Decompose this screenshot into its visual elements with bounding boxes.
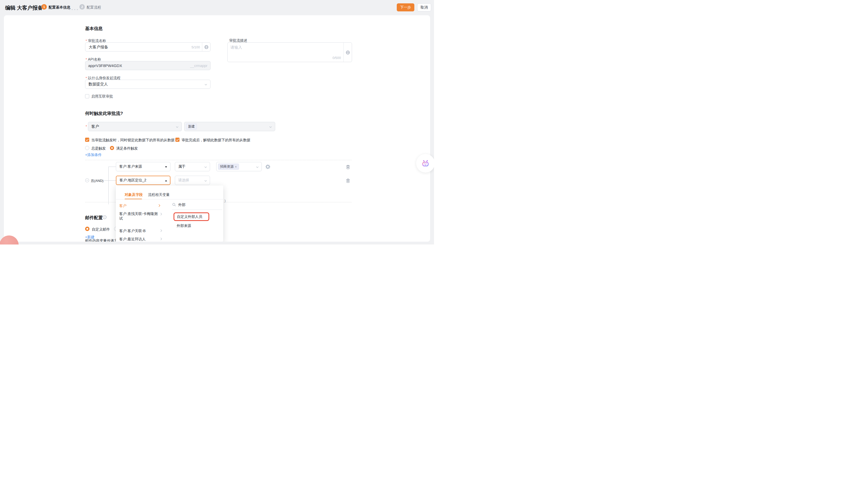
condition2-operator-select[interactable]: 请选择: [175, 176, 210, 185]
name-input[interactable]: [88, 44, 177, 50]
translate-globe-icon[interactable]: [204, 45, 209, 50]
required-asterisk: *: [86, 39, 87, 43]
field-picker-panel: 对象及字段 流程相关变量 客户 客户.查找关联-卡梅隆测试 客户.客户关联-B …: [116, 185, 223, 242]
chevron-right-icon: [160, 229, 162, 232]
identity-value: 数据提交人: [89, 82, 108, 87]
identity-select[interactable]: 数据提交人: [85, 80, 211, 89]
object-item-label: 客户.客户关联-B: [119, 229, 146, 233]
interconnect-checkbox[interactable]: [85, 94, 89, 98]
always-trigger-radio[interactable]: [85, 146, 89, 150]
svg-text:?: ?: [104, 216, 105, 219]
chevron-down-icon: [204, 180, 207, 182]
search-icon: [172, 203, 176, 207]
step-2-badge: 2: [80, 4, 85, 9]
object-item-relation-b[interactable]: 客户.客户关联-B: [119, 229, 146, 233]
step-1-number: 1: [43, 5, 45, 9]
required-asterisk: *: [86, 57, 87, 61]
condition1-operator-value: 属于: [178, 164, 185, 169]
trigger-action-select[interactable]: 新建: [184, 122, 275, 131]
remove-tag-icon[interactable]: ×: [235, 165, 237, 169]
email-heading: 邮件配置: [85, 215, 103, 221]
lock-checkbox[interactable]: [85, 137, 89, 142]
result-item-label: 外部来源: [177, 223, 191, 228]
step-2-number: 2: [81, 5, 83, 9]
api-value: apprV3F8PW4GDX: [88, 63, 122, 68]
trigger-object-value: 客户: [91, 124, 99, 129]
custom-email-radio[interactable]: [85, 227, 90, 231]
unlock-label: 审批完成后，解锁此数据下的所有的从数据: [182, 138, 250, 143]
condition1-delete-trash-icon[interactable]: [346, 164, 350, 169]
next-button[interactable]: 下一步: [397, 3, 414, 11]
bottom-strip: [0, 242, 434, 245]
robot-icon: [422, 159, 429, 167]
condition-connector-stub: [108, 166, 116, 167]
condition1-field-value: 客户.客户来源: [119, 164, 142, 169]
object-item-lookup[interactable]: 客户.查找关联-卡梅隆测试: [119, 212, 159, 221]
desc-counter: 0/500: [332, 56, 341, 60]
condition2-field-select[interactable]: 客户.地区定位_2: [116, 176, 170, 185]
cancel-button[interactable]: 取消: [417, 3, 431, 11]
name-counter: 5/100: [191, 45, 200, 49]
required-asterisk: *: [86, 124, 87, 128]
lock-label: 当审批流触发时，同时锁定此数据下的所有的从数据: [91, 138, 175, 143]
condition2-field-value: 客户.地区定位_2: [120, 178, 146, 183]
chevron-right-icon: [159, 204, 160, 207]
condition1-value-select[interactable]: 招商资源×: [216, 162, 262, 171]
unlock-checkbox[interactable]: [175, 137, 180, 142]
hidden-text-fragment: ): [224, 199, 225, 203]
section-dashed-divider: [85, 160, 351, 160]
chevron-down-icon: [176, 126, 179, 128]
trigger-heading: 何时触发此审批流?: [85, 111, 123, 116]
result-item-highlighted[interactable]: 自定义外部人员: [174, 212, 209, 221]
chevron-right-icon: [160, 213, 162, 216]
caret-up-icon: [165, 180, 167, 181]
condition-trigger-label: 满足条件触发: [116, 146, 138, 151]
api-input: apprV3F8PW4GDX __crmappr: [85, 61, 211, 70]
help-icon[interactable]: ?: [103, 215, 106, 219]
desc-divider: [343, 43, 344, 62]
tabs-divider: [116, 199, 223, 200]
step-separator-dots: [69, 6, 80, 11]
top-bar: 编辑 大客户报备 1 配置基本信息 2 配置流程 下一步 取消: [0, 0, 434, 15]
name-input-wrap: 5/100: [85, 42, 211, 52]
api-suffix: __crmappr: [190, 64, 208, 68]
value-tag-label: 招商资源: [220, 164, 234, 169]
always-trigger-label: 总是触发: [91, 146, 106, 151]
action-tag-label: 新建: [188, 124, 195, 129]
custom-email-label: 自定义邮件: [92, 227, 110, 232]
assistant-robot-button[interactable]: [416, 154, 434, 173]
tab-process-variables[interactable]: 流程相关变量: [148, 192, 170, 197]
name-divider: [202, 43, 202, 51]
approval-flow-editor: 编辑 大客户报备 1 配置基本信息 2 配置流程 下一步 取消 基本信息 *审批…: [0, 0, 434, 245]
step-2-label: 配置流程: [87, 5, 101, 10]
condition2-operator-placeholder: 请选择: [178, 178, 189, 183]
object-item-last-visitor[interactable]: 客户.最近拜访人: [119, 237, 146, 242]
tab-objects-fields[interactable]: 对象及字段: [125, 192, 143, 197]
condition2-delete-trash-icon[interactable]: [346, 178, 350, 183]
chevron-right-icon: [160, 238, 162, 240]
result-item-label: 自定义外部人员: [177, 214, 202, 219]
value-tag: 招商资源×: [218, 163, 239, 170]
add-condition-link[interactable]: +添加条件: [85, 153, 102, 157]
object-item-label: 客户: [119, 204, 126, 208]
condition-trigger-radio[interactable]: [110, 146, 114, 150]
condition-group-collapse-icon[interactable]: [85, 178, 89, 182]
condition-group-label: 且(AND): [91, 179, 103, 183]
condition1-operator-select[interactable]: 属于: [175, 162, 210, 171]
desc-textarea-wrap[interactable]: 请输入 0/500: [227, 42, 352, 62]
trigger-object-select[interactable]: 客户: [88, 122, 182, 131]
search-underline: [172, 210, 222, 210]
field-search-input[interactable]: [178, 202, 221, 208]
condition1-field-select[interactable]: 客户.客户来源: [116, 162, 170, 171]
condition-connector-stub: [104, 180, 116, 181]
desc-placeholder: 请输入: [230, 45, 242, 50]
chevron-down-icon: [204, 166, 207, 168]
object-item-label: 客户.查找关联-卡梅隆测试: [119, 212, 158, 220]
translate-globe-icon[interactable]: [345, 50, 350, 55]
step-1-badge: 1: [41, 4, 47, 9]
basic-info-heading: 基本信息: [85, 26, 103, 32]
object-item-customer[interactable]: 客户: [119, 204, 126, 208]
api-label: API名称: [88, 57, 101, 61]
condition1-settings-gear-icon[interactable]: [266, 164, 270, 169]
result-item[interactable]: 外部来源: [177, 223, 191, 228]
